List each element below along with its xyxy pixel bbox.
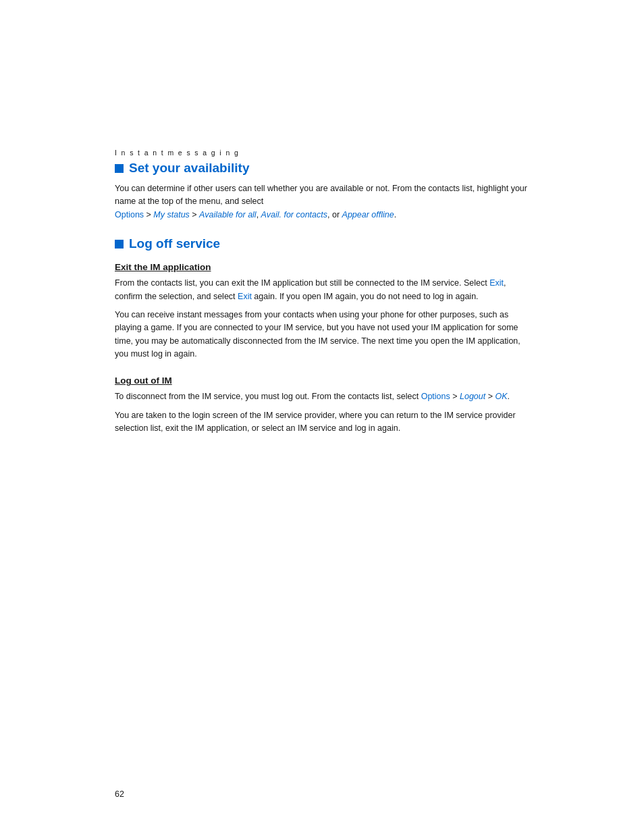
log-out-period: . [508, 392, 510, 401]
options-link-2[interactable]: Options [421, 392, 450, 401]
content-area: I n s t a n t m e s s a g i n g Set your… [0, 0, 644, 495]
options-link-1[interactable]: Options [115, 210, 144, 219]
exit-im-body1-suffix: again. If you open IM again, you do not … [252, 292, 479, 301]
log-out-body1-prefix: To disconnect from the IM service, you m… [115, 392, 421, 401]
blue-square-icon-2 [115, 240, 124, 249]
logout-link[interactable]: Logout [460, 392, 485, 401]
log-off-service-heading: Log off service [115, 236, 529, 251]
comma1: , [257, 210, 261, 219]
set-availability-body: You can determine if other users can tel… [115, 182, 529, 221]
page: I n s t a n t m e s s a g i n g Set your… [0, 0, 644, 834]
arrow2: > [190, 210, 199, 219]
appear-offline-link[interactable]: Appear offline [342, 210, 394, 219]
avail-for-contacts-link[interactable]: Avail. for contacts [261, 210, 327, 219]
arrow1: > [144, 210, 153, 219]
log-out-arrow2: > [485, 392, 495, 401]
ok-link[interactable]: OK [495, 392, 507, 401]
log-off-service-title: Log off service [129, 236, 220, 251]
exit-im-body2: You can receive instant messages from yo… [115, 309, 529, 361]
log-out-im-body2: You are taken to the login screen of the… [115, 409, 529, 436]
or-text: , or [327, 210, 342, 219]
exit-im-body1-prefix: From the contacts list, you can exit the… [115, 278, 489, 288]
blue-square-icon [115, 164, 124, 173]
available-for-all-link[interactable]: Available for all [199, 210, 257, 219]
set-availability-heading: Set your availability [115, 161, 529, 176]
period1: . [394, 210, 396, 219]
exit-im-subheading: Exit the IM application [115, 262, 529, 272]
set-availability-title: Set your availability [129, 161, 249, 176]
page-number: 62 [115, 789, 124, 799]
log-out-arrow1: > [450, 392, 460, 401]
exit-link-1[interactable]: Exit [489, 278, 504, 288]
exit-link-2[interactable]: Exit [238, 292, 252, 301]
log-out-im-body1: To disconnect from the IM service, you m… [115, 390, 529, 403]
exit-im-body1: From the contacts list, you can exit the… [115, 277, 529, 303]
log-out-im-subheading: Log out of IM [115, 375, 529, 386]
section-label: I n s t a n t m e s s a g i n g [115, 149, 529, 157]
set-availability-text1: You can determine if other users can tel… [115, 184, 527, 206]
my-status-link[interactable]: My status [153, 210, 190, 219]
